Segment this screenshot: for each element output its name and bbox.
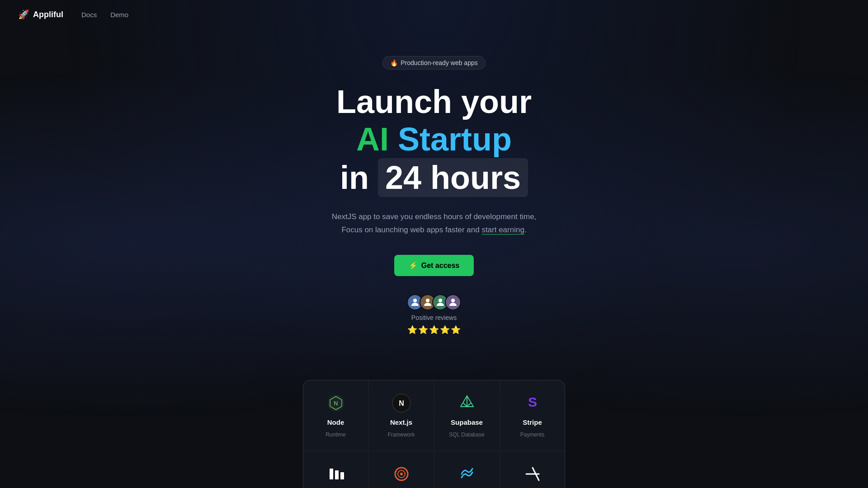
logo-text: Appliful [33, 10, 63, 19]
hero-subtitle-line1: NextJS app to save you endless hours of … [332, 212, 537, 221]
tech-card-stripe[interactable]: S Stripe Payments [500, 380, 565, 450]
star-3: ⭐ [429, 325, 439, 335]
hero-title-hours: 24 hours [378, 158, 528, 197]
stripe-desc: Payments [520, 432, 544, 438]
hero-title-line3: in 24 hours [336, 158, 532, 197]
reviews-section: Positive reviews ⭐ ⭐ ⭐ ⭐ ⭐ [407, 294, 461, 335]
nav-demo-link[interactable]: Demo [110, 11, 128, 19]
hero-title-line2: AI Startup [336, 121, 532, 158]
tailwind-icon [457, 464, 477, 484]
reviews-text: Positive reviews [411, 314, 457, 321]
svg-text:S: S [528, 394, 537, 409]
tech-grid: N Node Runtime N Next.js Framework [303, 380, 565, 488]
star-1: ⭐ [407, 325, 417, 335]
loops-icon [392, 464, 411, 484]
node-desc: Runtime [326, 432, 346, 438]
supabase-desc: SQL Database [449, 432, 484, 438]
svg-point-3 [451, 299, 455, 302]
stars-row: ⭐ ⭐ ⭐ ⭐ ⭐ [407, 325, 461, 335]
nextjs-name: Next.js [390, 418, 412, 426]
nextjs-icon: N [392, 393, 411, 413]
svg-text:N: N [399, 399, 404, 407]
replicate-icon [326, 464, 346, 484]
supabase-name: Supabase [451, 418, 483, 426]
hero-title: Launch your AI Startup in 24 hours [336, 83, 532, 197]
nav-docs-link[interactable]: Docs [81, 11, 97, 19]
hero-title-ai: AI [356, 121, 389, 157]
node-icon: N [326, 393, 346, 413]
hero-title-line1: Launch your [336, 83, 532, 121]
tech-card-tailwind[interactable]: Tailwind Styling & animations [434, 451, 499, 488]
tech-grid-container: N Node Runtime N Next.js Framework [0, 380, 868, 488]
nextjs-desc: Framework [387, 432, 415, 438]
shadcn-icon [523, 464, 542, 484]
hero-section: 🔥 Production-ready web apps Launch your … [0, 29, 868, 380]
tech-card-node[interactable]: N Node Runtime [303, 380, 368, 450]
tech-card-nextjs[interactable]: N Next.js Framework [369, 380, 434, 450]
star-2: ⭐ [418, 325, 428, 335]
avatar-4 [445, 294, 461, 310]
tech-card-supabase[interactable]: Supabase SQL Database [434, 380, 499, 450]
tech-card-replicate[interactable]: Replicate AI integrations [303, 451, 368, 488]
cta-icon: ⚡ [409, 261, 418, 270]
stripe-name: Stripe [523, 418, 542, 426]
badge-text: Production-ready web apps [401, 59, 477, 66]
svg-rect-12 [335, 470, 339, 479]
hero-title-in: in [340, 160, 369, 196]
svg-rect-13 [340, 472, 344, 479]
svg-text:N: N [334, 400, 338, 407]
badge-icon: 🔥 [390, 59, 398, 66]
svg-point-0 [413, 299, 417, 302]
logo-icon: 🚀 [18, 9, 29, 20]
tech-card-shadcn[interactable]: shadcn/ui Components [500, 451, 565, 488]
cta-label: Get access [421, 262, 460, 270]
svg-point-1 [426, 299, 429, 302]
svg-rect-11 [330, 469, 333, 479]
svg-point-2 [439, 299, 442, 302]
cta-button[interactable]: ⚡ Get access [394, 255, 474, 276]
stripe-icon: S [523, 393, 542, 413]
tech-card-loops[interactable]: Loops Emails [369, 451, 434, 488]
navigation: 🚀 Appliful Docs Demo [0, 0, 868, 29]
star-4: ⭐ [440, 325, 450, 335]
star-5: ⭐ [451, 325, 461, 335]
hero-subtitle: NextJS app to save you endless hours of … [332, 211, 537, 237]
hero-subtitle-earning: start earning [481, 225, 524, 234]
supabase-icon [457, 393, 477, 413]
svg-point-16 [400, 473, 403, 475]
node-name: Node [327, 418, 344, 426]
hero-title-startup: Startup [398, 121, 512, 157]
hero-badge: 🔥 Production-ready web apps [382, 56, 485, 70]
hero-subtitle-line2: Focus on launching web apps faster and s… [341, 225, 526, 234]
logo[interactable]: 🚀 Appliful [18, 9, 63, 20]
avatars-row [407, 294, 461, 310]
